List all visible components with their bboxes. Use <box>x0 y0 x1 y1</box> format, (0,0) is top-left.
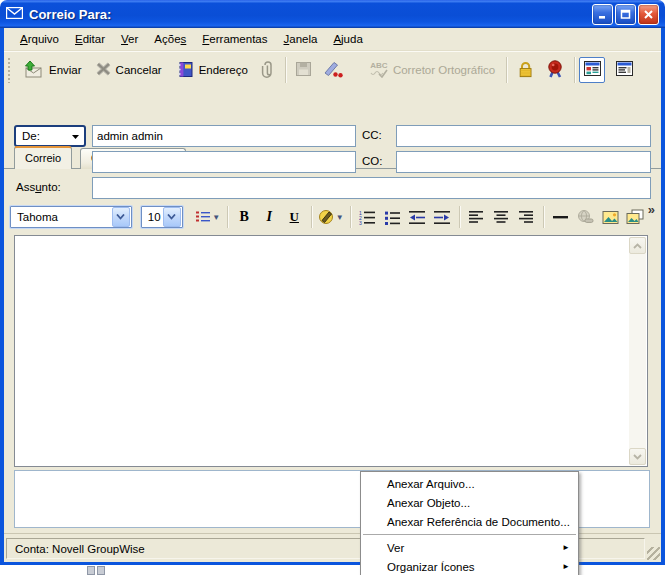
bcc-field[interactable] <box>396 151 651 173</box>
svg-text:3: 3 <box>359 220 362 225</box>
decrease-indent-button[interactable] <box>405 205 430 229</box>
menu-janela[interactable]: Janela <box>276 31 326 47</box>
menu-item-anexar-arquivo[interactable]: Anexar Arquivo... <box>361 474 578 493</box>
format-separator <box>350 206 351 228</box>
horizontal-rule-button[interactable] <box>548 205 573 229</box>
format-separator <box>227 206 228 228</box>
chevron-down-icon <box>633 454 642 460</box>
chevron-down-icon: ▼ <box>336 213 344 222</box>
menu-item-anexar-referencia[interactable]: Anexar Referência de Documento... <box>361 512 578 531</box>
submenu-arrow-icon: ► <box>562 562 570 571</box>
chevron-down-icon: ▼ <box>212 213 220 222</box>
save-button[interactable] <box>290 55 317 85</box>
numbered-list-icon: 1 2 3 <box>359 210 376 225</box>
menu-acoes[interactable]: Ações <box>146 31 194 47</box>
floppy-disk-icon <box>295 61 312 79</box>
align-right-button[interactable] <box>514 205 539 229</box>
encrypt-lock-button[interactable] <box>511 55 540 85</box>
html-view-button[interactable] <box>579 57 605 83</box>
font-color-button[interactable]: ▼ <box>316 205 346 229</box>
chevron-down-icon <box>163 207 181 227</box>
font-color-icon <box>318 209 335 225</box>
from-field[interactable] <box>92 125 356 147</box>
background-window-fragment <box>87 566 95 575</box>
format-toolbar: Tahoma 10 ▼ B <box>10 202 657 232</box>
align-center-icon <box>493 210 509 224</box>
scroll-up-button[interactable] <box>629 237 646 254</box>
cancel-button[interactable]: Cancelar <box>89 55 169 85</box>
menu-ajuda[interactable]: Ajuda <box>325 31 370 47</box>
increase-indent-button[interactable] <box>430 205 455 229</box>
attach-file-button[interactable] <box>255 55 281 85</box>
format-separator <box>311 206 312 228</box>
padlock-icon <box>516 60 535 80</box>
tab-correio[interactable]: Correio <box>14 146 72 169</box>
toolbar-separator <box>285 57 286 83</box>
resize-grip[interactable] <box>647 547 660 560</box>
bullet-list-button[interactable] <box>380 205 405 229</box>
menubar: Arquivo Editar Ver Ações Ferramentas Jan… <box>4 28 661 51</box>
bcc-label: CO: <box>362 155 382 167</box>
wax-seal-icon <box>545 60 565 81</box>
decrease-indent-icon <box>408 210 426 225</box>
align-left-button[interactable] <box>464 205 489 229</box>
pictures-stack-icon <box>626 209 644 225</box>
list-style-button[interactable]: ▼ <box>193 205 223 229</box>
account-status-text: Conta: Novell GroupWise <box>15 543 145 555</box>
route-pen-button[interactable] <box>317 55 349 85</box>
body-scrollbar[interactable] <box>629 237 646 465</box>
to-field[interactable] <box>92 151 356 173</box>
html-view-icon <box>584 61 601 80</box>
menu-editar[interactable]: Editar <box>67 31 113 47</box>
increase-indent-icon <box>433 210 451 225</box>
pen-red-dots-icon <box>322 61 344 80</box>
submenu-arrow-icon: ► <box>562 543 570 552</box>
paperclip-icon <box>260 60 276 80</box>
numbered-list-button[interactable]: 1 2 3 <box>355 205 380 229</box>
plain-view-button[interactable] <box>611 57 637 83</box>
minimize-button[interactable] <box>592 4 613 25</box>
menu-ver[interactable]: Ver <box>113 31 146 47</box>
toolbar-separator <box>506 57 507 83</box>
align-left-icon <box>468 210 484 224</box>
format-separator <box>459 206 460 228</box>
bold-button[interactable]: B <box>232 205 257 229</box>
window-title: Correio Para: <box>29 7 111 22</box>
plain-view-icon <box>616 61 633 80</box>
close-button[interactable] <box>638 4 659 25</box>
address-button[interactable]: Endereço <box>169 55 255 85</box>
menu-item-anexar-objeto[interactable]: Anexar Objeto... <box>361 493 578 512</box>
subject-field[interactable] <box>92 177 651 199</box>
maximize-button[interactable] <box>615 4 636 25</box>
send-button[interactable]: Enviar <box>15 55 89 85</box>
from-dropdown[interactable]: De: <box>14 125 86 147</box>
link-globe-icon <box>576 209 594 225</box>
menu-item-organizar-icones[interactable]: Organizar Ícones► <box>361 557 578 575</box>
format-separator <box>543 206 544 228</box>
align-center-button[interactable] <box>489 205 514 229</box>
underline-button[interactable]: U <box>282 205 307 229</box>
titlebar[interactable]: Correio Para: <box>0 0 665 28</box>
menu-item-ver[interactable]: Ver► <box>361 538 578 557</box>
chevron-down-icon <box>71 130 80 142</box>
seal-sign-button[interactable] <box>540 55 570 85</box>
spellcheck-button[interactable]: ABC Corretor Ortográfico <box>363 55 502 85</box>
menu-arquivo[interactable]: Arquivo <box>12 31 67 47</box>
font-family-select[interactable]: Tahoma <box>10 206 132 228</box>
font-size-select[interactable]: 10 <box>141 206 183 228</box>
cc-field[interactable] <box>396 125 651 147</box>
italic-button[interactable]: I <box>257 205 282 229</box>
address-book-icon <box>176 61 194 80</box>
align-right-icon <box>518 210 534 224</box>
insert-picture-object-button[interactable] <box>623 205 648 229</box>
background-window-fragment <box>97 566 105 575</box>
send-icon <box>22 60 44 81</box>
insert-image-button[interactable] <box>598 205 623 229</box>
insert-link-button[interactable] <box>573 205 598 229</box>
toolbar-overflow-button[interactable]: » <box>648 202 657 217</box>
mail-envelope-icon <box>6 5 23 23</box>
toolbar-grip[interactable] <box>7 57 11 83</box>
message-body[interactable] <box>14 235 648 467</box>
menu-ferramentas[interactable]: Ferramentas <box>194 31 275 47</box>
scroll-down-button[interactable] <box>629 448 646 465</box>
